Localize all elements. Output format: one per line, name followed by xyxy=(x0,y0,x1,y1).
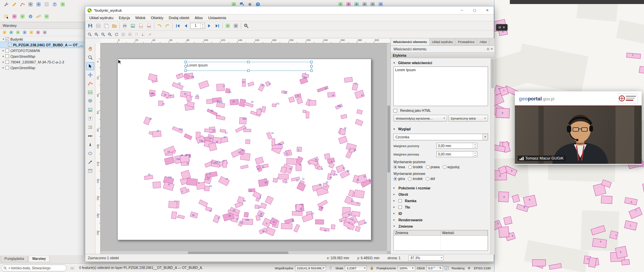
wrench-icon[interactable] xyxy=(3,1,10,8)
deselect-icon[interactable] xyxy=(19,13,26,20)
rotation-spin[interactable]: 0,0 °⇅ xyxy=(426,265,443,271)
add-north-arrow-tool[interactable] xyxy=(86,141,94,149)
menu-ustawienia[interactable]: Ustawienia xyxy=(206,14,229,21)
layer-row[interactable]: ▸ORTOFOTOMAPA xyxy=(0,48,84,53)
layer-visibility-checkbox[interactable] xyxy=(5,60,9,64)
layer-visibility-checkbox[interactable]: ✓ xyxy=(5,37,9,41)
duplicate-layout-icon[interactable] xyxy=(103,22,110,30)
pill-minus-icon[interactable]: ⊖ xyxy=(498,26,501,29)
radio-halign-wyjustuj[interactable]: wyjustuj xyxy=(443,165,460,169)
section-main-properties[interactable]: ▾ Główne właściwości xyxy=(393,60,491,65)
section-tło[interactable]: ▸Tło xyxy=(393,204,491,210)
move-item-content-tool[interactable] xyxy=(86,71,94,79)
section-checkbox[interactable] xyxy=(398,206,402,209)
refresh-icon[interactable] xyxy=(113,31,119,37)
magnifier-combo[interactable]: 100%▾ xyxy=(398,265,415,271)
show-grid-icon[interactable] xyxy=(120,31,126,37)
menu-obiekty[interactable]: Obiekty xyxy=(148,14,166,21)
resize-handle[interactable] xyxy=(247,61,250,63)
select-rect-icon[interactable] xyxy=(3,13,10,20)
menu-atlas[interactable]: Atlas xyxy=(192,14,205,21)
print-icon[interactable] xyxy=(121,22,128,30)
identify-icon[interactable]: i xyxy=(27,13,34,20)
vertex-tool-icon[interactable] xyxy=(19,1,26,8)
margin-vertical-spinbox[interactable]: 0,00 mm▴▾ xyxy=(436,151,477,157)
map-tips-icon[interactable] xyxy=(43,13,50,20)
minimize-button[interactable]: ─ xyxy=(455,6,468,14)
dock-tab-prowadnice[interactable]: Prowadnice xyxy=(455,38,477,45)
expand-arrow-icon[interactable]: ▸ xyxy=(1,49,5,52)
variables-table[interactable]: Zmienna Wartość xyxy=(393,230,488,251)
layer-styling-icon[interactable] xyxy=(1,30,7,36)
coordinates-value[interactable]: 218141,9 502496,7 xyxy=(295,265,326,271)
resize-handle[interactable] xyxy=(184,61,187,63)
last-page-icon[interactable] xyxy=(214,22,221,30)
measure-icon[interactable] xyxy=(35,13,42,20)
radio-halign-lewa[interactable]: lewa xyxy=(393,165,405,169)
layers-icon[interactable] xyxy=(51,1,58,8)
save-layout-icon[interactable] xyxy=(87,22,94,30)
pill-close-icon[interactable]: ✕ xyxy=(502,26,505,29)
open-layout-icon[interactable] xyxy=(111,22,118,30)
expand-arrow-icon[interactable]: ▾ xyxy=(1,38,5,41)
select-polygon-icon[interactable] xyxy=(11,13,18,20)
collapse-all-icon[interactable] xyxy=(35,30,41,36)
layer-row[interactable]: ▸OpenStreetMap xyxy=(0,65,84,71)
menu-dodaj-obiekt[interactable]: Dodaj obiekt xyxy=(166,14,192,21)
atlas-settings-icon[interactable] xyxy=(224,22,231,30)
previous-page-icon[interactable] xyxy=(182,22,190,30)
section-obrót[interactable]: ▸Obrót xyxy=(393,191,491,197)
export-image-icon[interactable] xyxy=(129,22,137,30)
resize-handle[interactable] xyxy=(310,65,313,67)
resize-handle[interactable] xyxy=(184,65,187,67)
dock-tab-właściwości-elementu[interactable]: Właściwości elementu xyxy=(391,38,430,45)
selected-label-item[interactable]: Lorem Ipsum xyxy=(185,62,312,71)
edit-nodes-item-tool[interactable] xyxy=(86,80,94,88)
layer-visibility-checkbox[interactable] xyxy=(5,66,9,70)
map-themes-icon[interactable] xyxy=(15,30,21,36)
section-id[interactable]: ▸ID xyxy=(393,210,491,217)
layout-canvas[interactable]: 73724a2816211762725183937a32a27383171921… xyxy=(101,43,390,255)
pencil-icon[interactable] xyxy=(11,1,18,8)
close-button[interactable]: ✕ xyxy=(481,6,494,14)
export-pdf-icon[interactable]: PDF xyxy=(145,22,153,30)
radio-halign-prawa[interactable]: prawa xyxy=(426,165,440,169)
layout-page[interactable]: 73724a2816211762725183937a32a27383171921… xyxy=(117,59,371,240)
render-html-checkbox[interactable] xyxy=(393,109,397,112)
panel-scrollbar[interactable] xyxy=(490,58,494,255)
undo-icon[interactable] xyxy=(156,22,163,30)
select-move-item-tool[interactable] xyxy=(86,62,94,70)
layout-zoom-combo[interactable]: 87.3%▾ xyxy=(409,255,443,261)
bottom-tab-warstwy[interactable]: Warstwy xyxy=(29,256,50,262)
dock-tab-atlas[interactable]: Atlas xyxy=(477,38,489,45)
section-położenie-i-rozmiar[interactable]: ▸Położenie i rozmiar xyxy=(393,185,491,191)
font-combo[interactable]: Czcionka▾ xyxy=(393,134,488,140)
section-variables[interactable]: ▾ Zmienne xyxy=(393,223,491,229)
add-map-tool[interactable] xyxy=(86,88,94,96)
locator-search-input[interactable]: > bielsko-biała, Słowackiego xyxy=(1,265,67,271)
add-label-tool[interactable]: T xyxy=(86,115,94,123)
section-renderowanie[interactable]: ▸Renderowanie xyxy=(393,217,491,223)
expand-all-icon[interactable] xyxy=(28,30,34,36)
menu-układ-wydruku[interactable]: Układ wydruku xyxy=(87,14,116,21)
add-arrow-tool[interactable] xyxy=(86,158,94,166)
render-checkbox[interactable]: ✓ xyxy=(445,266,448,270)
section-checkbox[interactable] xyxy=(398,199,402,202)
page-number-spinbox[interactable]: 1 ▴▾ xyxy=(190,23,205,29)
margin-horizontal-spinbox[interactable]: 0,00 mm▴▾ xyxy=(436,143,477,149)
expand-arrow-icon[interactable]: ▸ xyxy=(1,60,5,63)
add-attribute-table-tool[interactable] xyxy=(86,167,94,175)
snap-grid-icon[interactable] xyxy=(127,31,133,37)
float-panel-icon[interactable]: ⊡ xyxy=(487,47,489,51)
next-page-icon[interactable] xyxy=(206,22,213,30)
floating-overlay-control[interactable]: ⊖ ✕ xyxy=(496,24,507,31)
crs-value[interactable]: EPSG:2180 xyxy=(474,266,491,270)
cut-features-icon[interactable] xyxy=(27,1,34,8)
grid-icon[interactable] xyxy=(43,1,50,8)
layer-visibility-checkbox[interactable] xyxy=(5,54,9,58)
crs-icon[interactable] xyxy=(466,265,472,271)
zoom-tool[interactable] xyxy=(86,53,94,61)
first-page-icon[interactable] xyxy=(174,22,181,30)
layer-visibility-checkbox[interactable]: ✓ xyxy=(8,43,12,47)
keyboard-icon[interactable] xyxy=(69,265,75,271)
